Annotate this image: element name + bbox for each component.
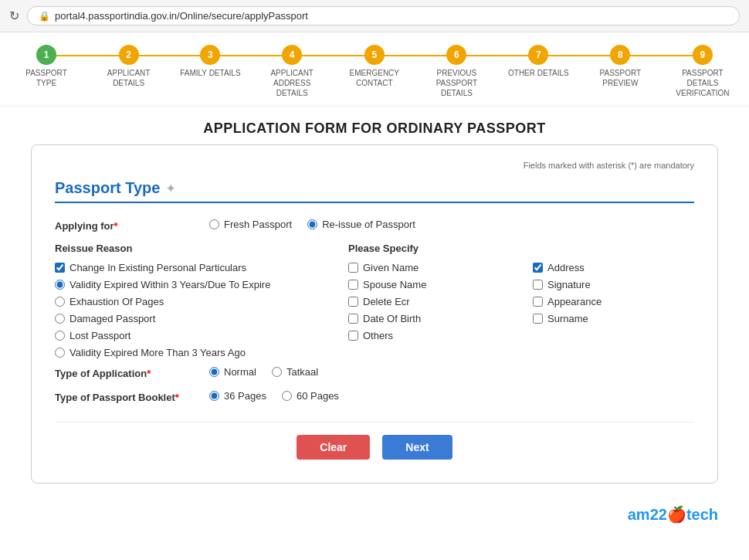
signature-label: Signature	[547, 279, 591, 290]
surname-label: Surname	[547, 313, 588, 324]
damaged-passport-label: Damaged Passport	[69, 313, 155, 324]
specify-delete-ecr[interactable]: Delete Ecr	[348, 296, 510, 307]
step-label-4: APPLICANT ADDRESS DETAILS	[261, 68, 323, 98]
date-of-birth-label: Date Of Birth	[363, 313, 421, 324]
refresh-icon[interactable]: ↻	[9, 8, 19, 23]
validity-3years-label: Validity Expired More Than 3 Years Ago	[69, 347, 246, 358]
please-specify-title: Please Specify	[348, 243, 694, 254]
reissue-reason-2[interactable]: Validity Expired Within 3 Years/Due To E…	[55, 279, 348, 290]
branding-am: am	[628, 506, 650, 523]
step-circle-2: 2	[119, 45, 139, 65]
36-pages-option[interactable]: 36 Pages	[209, 390, 266, 402]
specify-address[interactable]: Address	[533, 262, 694, 273]
step-label-5: EMERGENCY CONTACT	[344, 68, 405, 88]
step-4[interactable]: 4 APPLICANT ADDRESS DETAILS	[261, 45, 323, 98]
reissue-reason-4[interactable]: Damaged Passport	[55, 313, 348, 324]
lost-passport-label: Lost Passport	[69, 330, 131, 341]
compass-icon: ✦	[166, 182, 175, 195]
reissue-reason-5[interactable]: Lost Passport	[55, 330, 348, 341]
60-pages-option[interactable]: 60 Pages	[282, 390, 339, 402]
step-9[interactable]: 9 PASSPORT DETAILS VERIFICATION	[672, 45, 734, 98]
reissue-passport-radio[interactable]	[307, 219, 317, 229]
date-of-birth-checkbox[interactable]	[348, 314, 358, 324]
reissue-reason-3[interactable]: Exhaustion Of Pages	[55, 296, 348, 307]
url-text: portal4.passportindia.gov.in/Online/secu…	[55, 10, 308, 22]
change-particulars-label: Change In Existing Personal Particulars	[69, 262, 246, 273]
step-circle-3: 3	[200, 45, 220, 65]
specify-appearance[interactable]: Appearance	[533, 296, 694, 307]
step-3[interactable]: 3 FAMILY DETAILS	[180, 45, 240, 78]
fresh-passport-option[interactable]: Fresh Passport	[209, 219, 292, 230]
next-button[interactable]: Next	[382, 435, 452, 460]
step-label-9: PASSPORT DETAILS VERIFICATION	[672, 68, 734, 98]
fresh-passport-radio[interactable]	[209, 219, 219, 229]
form-card-wrapper: Fields marked with asterisk (*) are mand…	[0, 144, 749, 527]
step-6[interactable]: 6 PREVIOUS PASSPORT DETAILS	[425, 45, 487, 98]
specify-given-name[interactable]: Given Name	[348, 262, 510, 273]
specify-date-of-birth[interactable]: Date Of Birth	[348, 313, 510, 324]
type-of-application-controls: Normal Tatkaal	[209, 366, 318, 378]
page-content: 1 PASSPORT TYPE 2 APPLICANT DETAILS 3 FA…	[0, 32, 749, 560]
normal-label: Normal	[224, 366, 256, 378]
normal-radio[interactable]	[209, 367, 219, 377]
address-label: Address	[547, 262, 585, 273]
specify-surname[interactable]: Surname	[533, 313, 694, 324]
please-specify-column: Please Specify Given Name Address Spo	[348, 243, 694, 358]
tatkaal-radio[interactable]	[272, 367, 282, 377]
applying-for-controls: Fresh Passport Re-issue of Passport	[209, 219, 415, 230]
applying-for-row: Applying for* Fresh Passport Re-issue of…	[55, 219, 694, 232]
reissue-reason-1[interactable]: Change In Existing Personal Particulars	[55, 262, 348, 273]
branding-22: 22	[650, 506, 667, 523]
reissue-reason-6[interactable]: Validity Expired More Than 3 Years Ago	[55, 347, 348, 358]
lost-passport-radio[interactable]	[55, 331, 65, 341]
address-checkbox[interactable]	[533, 263, 543, 273]
reissue-passport-option[interactable]: Re-issue of Passport	[307, 219, 415, 230]
exhaustion-pages-label: Exhaustion Of Pages	[69, 296, 164, 307]
normal-option[interactable]: Normal	[209, 366, 256, 378]
type-of-application-row: Type of Application* Normal Tatkaal	[55, 366, 694, 379]
step-2[interactable]: 2 APPLICANT DETAILS	[98, 45, 160, 88]
step-circle-9: 9	[693, 45, 713, 65]
delete-ecr-checkbox[interactable]	[348, 297, 358, 307]
given-name-checkbox[interactable]	[348, 263, 358, 273]
step-label-7: OTHER DETAILS	[508, 68, 569, 78]
60-pages-radio[interactable]	[282, 391, 292, 401]
spouse-name-checkbox[interactable]	[348, 280, 358, 290]
section-title: Passport Type ✦	[55, 179, 694, 197]
url-bar[interactable]: 🔒 portal4.passportindia.gov.in/Online/se…	[27, 6, 740, 25]
step-label-3: FAMILY DETAILS	[180, 68, 240, 78]
step-circle-7: 7	[528, 45, 548, 65]
validity-expired-radio[interactable]	[55, 280, 65, 290]
section-title-text: Passport Type	[55, 179, 160, 197]
step-circle-4: 4	[282, 45, 302, 65]
reissue-passport-label: Re-issue of Passport	[322, 219, 415, 230]
clear-button[interactable]: Clear	[297, 435, 370, 460]
60-pages-label: 60 Pages	[297, 390, 339, 402]
step-label-1: PASSPORT TYPE	[15, 68, 77, 88]
step-label-8: PASSPORT PREVIEW	[589, 68, 651, 88]
specify-signature[interactable]: Signature	[533, 279, 694, 290]
tatkaal-option[interactable]: Tatkaal	[272, 366, 318, 378]
step-circle-5: 5	[364, 45, 385, 65]
type-of-booklet-label: Type of Passport Booklet*	[55, 390, 209, 403]
step-8[interactable]: 8 PASSPORT PREVIEW	[589, 45, 651, 88]
exhaustion-pages-radio[interactable]	[55, 297, 65, 307]
step-1[interactable]: 1 PASSPORT TYPE	[15, 45, 77, 88]
others-checkbox[interactable]	[348, 331, 358, 341]
please-specify-grid: Given Name Address Spouse Name Sign	[348, 262, 694, 341]
specify-others[interactable]: Others	[348, 330, 510, 341]
damaged-passport-radio[interactable]	[55, 314, 65, 324]
reissue-reason-title: Reissue Reason	[55, 243, 348, 254]
step-7[interactable]: 7 OTHER DETAILS	[508, 45, 569, 78]
signature-checkbox[interactable]	[533, 280, 543, 290]
validity-3years-radio[interactable]	[55, 348, 65, 358]
form-card: Fields marked with asterisk (*) are mand…	[31, 144, 718, 484]
appearance-checkbox[interactable]	[533, 297, 543, 307]
branding: am22🍎tech	[0, 499, 749, 527]
change-particulars-checkbox[interactable]	[55, 263, 65, 273]
step-5[interactable]: 5 EMERGENCY CONTACT	[344, 45, 405, 88]
specify-spouse-name[interactable]: Spouse Name	[348, 279, 510, 290]
36-pages-radio[interactable]	[209, 391, 219, 401]
surname-checkbox[interactable]	[533, 314, 543, 324]
step-circle-8: 8	[610, 45, 630, 65]
